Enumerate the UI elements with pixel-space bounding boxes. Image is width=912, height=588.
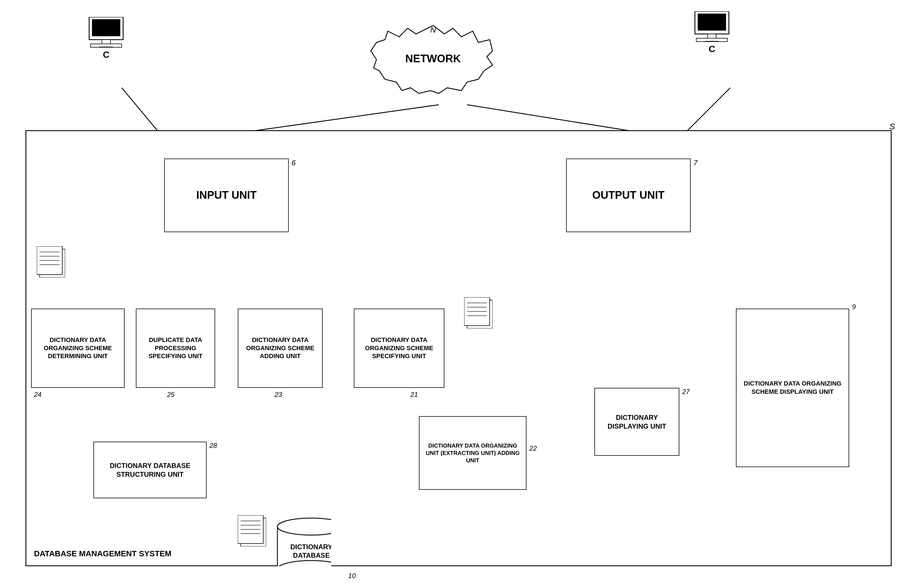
doc-stack-db: [238, 515, 266, 548]
svg-rect-36: [708, 34, 716, 38]
dict-data-org-scheme-det-unit: DICTIONARY DATA ORGANIZING SCHEME DETERM…: [31, 309, 124, 388]
svg-text:NETWORK: NETWORK: [405, 53, 461, 65]
dict-data-org-scheme-det-num: 24: [34, 391, 42, 399]
doc-stack-right: [464, 297, 492, 330]
input-unit-num: 6: [292, 158, 295, 167]
system-label: DATABASE MANAGEMENT SYSTEM: [34, 549, 171, 558]
svg-rect-31: [102, 40, 110, 44]
output-unit-num: 7: [694, 158, 697, 167]
computer-left: ▬▬▬▬▬▬▬ C: [88, 17, 124, 60]
dict-data-org-scheme-disp-num: 9: [852, 303, 856, 311]
computer-left-icon: ▬▬▬▬▬▬▬: [88, 17, 124, 48]
svg-rect-35: [698, 14, 726, 31]
duplicate-data-unit: DUPLICATE DATA PROCESSING SPECIFYING UNI…: [136, 309, 215, 388]
dict-data-org-unit-num: 22: [529, 444, 537, 452]
s-label: S: [889, 122, 895, 131]
doc-stack-left: [37, 246, 65, 279]
computer-right-icon: ▬▬▬▬▬▬▬: [694, 11, 730, 42]
network-cloud: NETWORK N: [362, 23, 504, 102]
dict-data-org-scheme-add-num: 23: [274, 391, 282, 399]
output-unit-box: OUTPUT UNIT: [566, 158, 691, 232]
network-n-label: N: [430, 26, 436, 34]
dict-db-struct-unit: DICTIONARY DATABASE STRUCTURING UNIT: [94, 442, 207, 498]
svg-text:▬▬▬▬▬▬▬: ▬▬▬▬▬▬▬: [99, 45, 113, 48]
computer-right: ▬▬▬▬▬▬▬ C: [694, 11, 730, 54]
dict-displaying-unit: DICTIONARY DISPLAYING UNIT: [594, 388, 680, 456]
input-unit-box: INPUT UNIT: [164, 158, 289, 232]
dict-data-org-scheme-spec-num: 21: [410, 391, 418, 399]
duplicate-data-num: 25: [167, 391, 174, 399]
dict-database-num: 10: [348, 572, 356, 580]
dict-displaying-num: 27: [682, 388, 690, 396]
computer-left-label: C: [103, 50, 109, 60]
svg-rect-30: [92, 19, 120, 36]
dict-data-org-unit: DICTIONARY DATA ORGANIZING UNIT (EXTRACT…: [419, 416, 526, 490]
dict-data-org-scheme-add-unit: DICTIONARY DATA ORGANIZING SCHEME ADDING…: [238, 309, 323, 388]
dict-database-cylinder: DICTIONARY DATABASE: [274, 515, 331, 567]
svg-text:DATABASE: DATABASE: [293, 551, 330, 559]
svg-text:▬▬▬▬▬▬▬: ▬▬▬▬▬▬▬: [705, 40, 719, 42]
computer-right-label: C: [709, 44, 715, 54]
network-cloud-svg: NETWORK: [362, 23, 504, 102]
dict-db-struct-num: 28: [210, 442, 217, 449]
dict-data-org-scheme-spec-unit: DICTIONARY DATA ORGANIZING SCHEME SPECIF…: [354, 309, 444, 388]
dict-data-org-scheme-disp-unit: DICTIONARY DATA ORGANIZING SCHEME DISPLA…: [736, 309, 849, 467]
svg-text:DICTIONARY: DICTIONARY: [291, 543, 331, 551]
diagram-area: ▬▬▬▬▬▬▬ C ▬▬▬▬▬▬▬ C NETWORK N S DATABASE…: [0, 0, 912, 588]
